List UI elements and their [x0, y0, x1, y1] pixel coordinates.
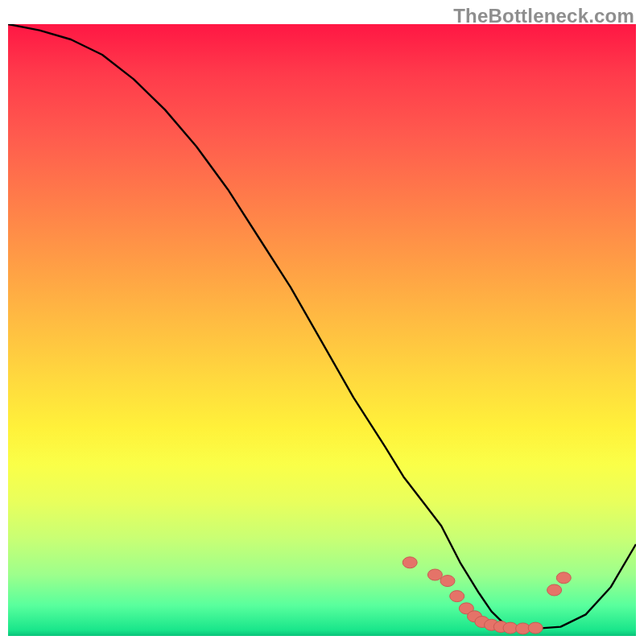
data-dot [556, 572, 571, 584]
data-dot [450, 591, 464, 602]
curve-overlay [8, 24, 636, 636]
data-dot [402, 557, 417, 568]
watermark-text: TheBottleneck.com [453, 5, 634, 27]
data-dot [427, 569, 442, 580]
data-dot [528, 622, 543, 634]
data-dot [440, 576, 455, 587]
bottleneck-curve [8, 24, 636, 629]
data-dot-group [402, 557, 571, 634]
chart-root: TheBottleneck.com [0, 0, 644, 644]
plot-area [8, 24, 636, 636]
data-dot [547, 584, 562, 596]
